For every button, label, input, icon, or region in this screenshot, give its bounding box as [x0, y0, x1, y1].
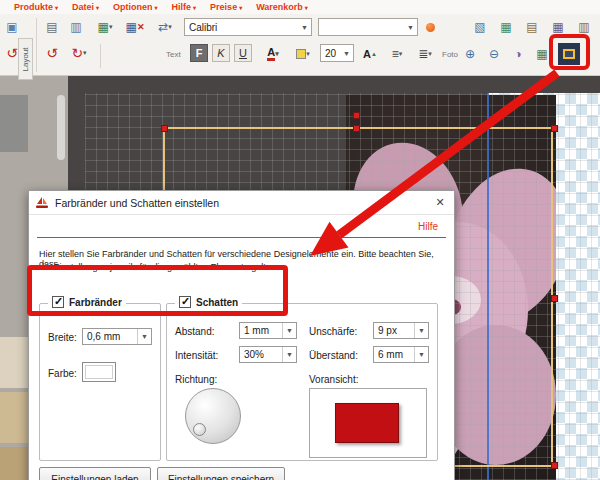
- dialog-app-icon: [35, 196, 49, 210]
- font-family-select[interactable]: Calibri ▼: [184, 18, 312, 36]
- print-icon[interactable]: ▤: [42, 17, 62, 37]
- annotation-highlight-toolbar-icon: [549, 34, 590, 70]
- chevron-down-icon: ▼: [282, 347, 296, 362]
- chevron-down-icon: ▼: [298, 24, 311, 31]
- chevron-down-icon: ▼: [414, 323, 428, 338]
- dialog-titlebar[interactable]: Farbränder und Schatten einstellen ✕: [29, 191, 454, 215]
- menu-datei[interactable]: Datei▾: [72, 2, 99, 12]
- rotate-right-icon[interactable]: ↻▾: [66, 43, 92, 63]
- annotation-highlight-checkboxes: [27, 265, 288, 316]
- schatten-group: Schatten Abstand: 1 mm ▼ Intensität: 30%…: [166, 303, 438, 461]
- chevron-down-icon: ▼: [404, 24, 417, 31]
- breite-select[interactable]: 0,6 mm ▼: [82, 328, 152, 345]
- selection-handle[interactable]: [161, 125, 168, 132]
- style-select[interactable]: ▼: [318, 18, 418, 36]
- texture-swatch[interactable]: [0, 95, 28, 152]
- selection-handle[interactable]: [551, 462, 558, 469]
- farbraender-schatten-dialog: Farbränder und Schatten einstellen ✕ Hil…: [28, 190, 455, 480]
- menubar: Produkte▾ Datei▾ Optionen▾ Hilfe▾ Preise…: [0, 0, 600, 14]
- chevron-down-icon: ▾: [96, 4, 99, 11]
- pages-icon[interactable]: ▧: [470, 17, 490, 37]
- richtung-dial[interactable]: [185, 388, 241, 444]
- toolbar: ▣ ↺ ▤ ▥ ▦▾ ▦✕ ⇄▾ Calibri ▼ ▼ ▧ ▦ ▤ ▦ ▥ ↺…: [0, 14, 600, 76]
- breite-label: Breite:: [48, 332, 77, 343]
- selection-handle[interactable]: [551, 295, 558, 302]
- selection-handle[interactable]: [551, 125, 558, 132]
- ueberstand-label: Überstand:: [309, 350, 358, 361]
- chevron-down-icon: ▼: [414, 347, 428, 362]
- farbraender-group: Farbränder Breite: 0,6 mm ▼ Farbe:: [39, 303, 161, 461]
- help-link[interactable]: Hilfe: [418, 221, 438, 232]
- chevron-down-icon: ▾: [305, 4, 308, 11]
- voransicht-label: Voransicht:: [309, 374, 358, 385]
- einstellungen-laden-button[interactable]: Einstellungen laden: [39, 467, 151, 480]
- tab-layout[interactable]: Layout: [18, 38, 33, 80]
- selection-handle[interactable]: [353, 125, 360, 132]
- bold-button[interactable]: F: [190, 44, 208, 62]
- farbe-color-picker[interactable]: [82, 362, 116, 382]
- shadow-preview-rect: [335, 403, 399, 443]
- reorder-pages-icon[interactable]: ⇄▾: [152, 17, 178, 37]
- text-section-label: Text: [166, 50, 181, 59]
- rotation-handle[interactable]: [353, 112, 360, 119]
- zoom-in-icon[interactable]: ⊕: [460, 44, 480, 64]
- delete-page-icon[interactable]: ▦✕: [122, 17, 148, 37]
- chevron-down-icon: ▾: [193, 4, 196, 11]
- chevron-down-icon: ▾: [55, 4, 58, 11]
- chevron-down-icon: ▼: [282, 323, 296, 338]
- ueberstand-select[interactable]: 6 mm ▼: [373, 346, 429, 363]
- export-icon[interactable]: ▥: [66, 17, 86, 37]
- calendar-icon[interactable]: ▤: [522, 17, 542, 37]
- scrollbar[interactable]: [57, 95, 65, 160]
- menu-hilfe[interactable]: Hilfe▾: [172, 2, 197, 12]
- table-icon[interactable]: ▦: [496, 17, 516, 37]
- intensitaet-label: Intensität:: [175, 350, 218, 361]
- richtung-label: Richtung:: [175, 374, 217, 385]
- rotate-left-icon[interactable]: ↺: [42, 43, 62, 63]
- menu-produkte[interactable]: Produkte▾: [14, 2, 58, 12]
- insert-page-icon[interactable]: ▦▾: [92, 17, 118, 37]
- italic-button[interactable]: K: [212, 44, 230, 62]
- close-icon[interactable]: ✕: [426, 191, 454, 215]
- menu-warenkorb[interactable]: Warenkorb▾: [256, 2, 308, 12]
- einstellungen-speichern-button[interactable]: Einstellungen speichern: [157, 467, 285, 480]
- foto-section-label: Foto: [442, 50, 458, 59]
- intensitaet-select[interactable]: 30% ▼: [239, 346, 297, 363]
- clipboard-icon[interactable]: ▣: [2, 17, 22, 37]
- menu-optionen[interactable]: Optionen▾: [113, 2, 158, 12]
- voransicht-preview: [309, 388, 427, 458]
- align-button[interactable]: ≡▾: [384, 44, 410, 64]
- list-button[interactable]: ≣▾: [412, 44, 438, 64]
- zoom-out-icon[interactable]: ⊖: [484, 44, 504, 64]
- effects-icon[interactable]: ◑: [508, 44, 528, 64]
- abstand-select[interactable]: 1 mm ▼: [239, 322, 297, 339]
- unschaerfe-select[interactable]: 9 px ▼: [373, 322, 429, 339]
- chevron-down-icon: ▾: [239, 4, 242, 11]
- chevron-down-icon: ▼: [340, 50, 353, 57]
- chevron-down-icon: ▼: [137, 329, 151, 344]
- font-size-select[interactable]: 20 ▼: [320, 44, 354, 62]
- color-marker-icon: [426, 23, 435, 32]
- menu-preise[interactable]: Preise▾: [210, 2, 242, 12]
- abstand-label: Abstand:: [175, 326, 214, 337]
- dialog-title: Farbränder und Schatten einstellen: [55, 197, 219, 209]
- underline-button[interactable]: U: [234, 44, 252, 62]
- fill-color-button[interactable]: ▾: [290, 44, 316, 64]
- increase-font-button[interactable]: A▲: [360, 44, 380, 64]
- orange-divider: [37, 237, 446, 238]
- richtung-dial-knob[interactable]: [193, 423, 206, 436]
- app-window: Produkte▾ Datei▾ Optionen▾ Hilfe▾ Preise…: [0, 0, 600, 480]
- font-color-button[interactable]: A▾: [260, 44, 286, 64]
- farbe-label: Farbe:: [48, 368, 77, 379]
- chevron-down-icon: ▾: [155, 4, 158, 11]
- unschaerfe-label: Unschärfe:: [309, 326, 357, 337]
- farbe-color-value: [85, 365, 113, 379]
